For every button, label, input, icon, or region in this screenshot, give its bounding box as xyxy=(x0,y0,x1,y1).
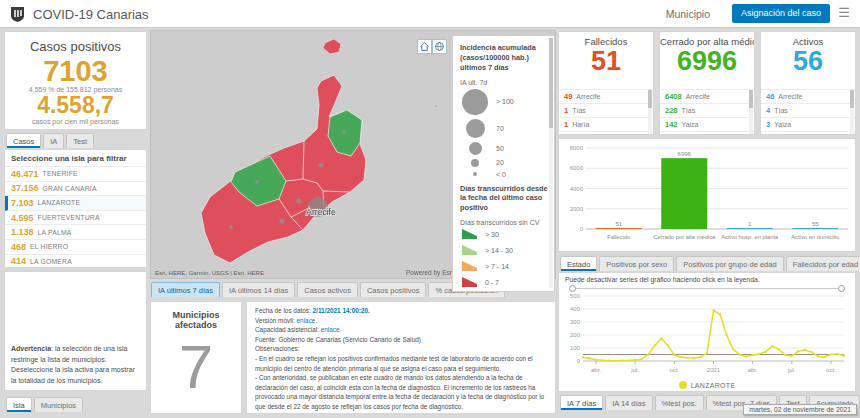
svg-text:Fallecido: Fallecido xyxy=(607,234,630,240)
canarias-logo-icon xyxy=(10,6,25,22)
tab-positivos-por-grupo-de-edad[interactable]: Positivos por grupo de edad xyxy=(676,256,783,271)
summary-card-scrollbar[interactable] xyxy=(648,90,652,134)
summary-row-teguise: 2Teguise xyxy=(761,131,855,135)
warning-text: Advertencia: la selección de una isla re… xyxy=(5,344,146,386)
state-tabs: EstadoPositivos por sexoPositivos por gr… xyxy=(560,255,860,271)
summary-card-scrollbar-thumb[interactable] xyxy=(749,90,753,108)
summary-card-scrollbar-thumb[interactable] xyxy=(850,90,854,108)
info-link[interactable]: enlace. xyxy=(297,317,318,324)
info-text: - Con anterioridad, se publicaban en est… xyxy=(255,374,544,410)
legend-scrollbar[interactable] xyxy=(549,38,553,288)
info-line-5: - En el cuadro se reflejan los positivos… xyxy=(255,354,547,373)
legend-day-symbol xyxy=(462,277,477,287)
legend-incidence-subtitle: IA últ. 7d xyxy=(460,79,548,86)
summary-row-name: Arrecife xyxy=(778,93,802,100)
time-range-slider[interactable] xyxy=(569,284,845,293)
summary-card-scrollbar[interactable] xyxy=(850,90,854,134)
bar-fallecido xyxy=(596,228,642,229)
positive-cases-title: Casos positivos xyxy=(5,39,146,54)
summary-row-value: 46 xyxy=(766,92,774,101)
tab-casos-positivos[interactable]: Casos positivos xyxy=(360,282,427,297)
island-row-la-palma[interactable]: 1.138LA PALMA xyxy=(5,225,146,240)
tab-ia-14-d-as[interactable]: IA 14 días xyxy=(605,395,652,410)
slider-handle-left[interactable] xyxy=(569,285,576,292)
line-chart-legend[interactable]: LANZAROTE xyxy=(559,381,855,389)
summary-card-list[interactable]: 6408Arrecife228Tías142Yaiza118Teguise xyxy=(660,89,754,135)
island-row-el-hierro[interactable]: 468EL HIERRO xyxy=(5,240,146,255)
summary-card-list[interactable]: 46Arrecife4Tías3Yaiza2Teguise xyxy=(761,89,855,135)
summary-row-name: Yaiza xyxy=(682,121,699,128)
incidence-line-chart[interactable]: 0100200300400500abr.jul.oct.2021abr.jul.… xyxy=(559,293,851,377)
state-bar-chart[interactable]: 0200040006000800051Fallecido6996Cerrado … xyxy=(559,139,855,251)
powered-by-esri: Powered by Esri xyxy=(406,269,453,276)
bar-cerrado-por-alta-m-dica xyxy=(661,158,707,229)
summary-row-name: Tías xyxy=(682,107,696,114)
tab-isla[interactable]: Isla xyxy=(6,397,32,412)
tab-test-pos[interactable]: %test pos. xyxy=(655,395,704,410)
island-filter-panel: Seleccione una isla para filtrar 46.471T… xyxy=(4,149,147,268)
summary-row-value: 49 xyxy=(564,92,572,101)
info-link[interactable]: enlace. xyxy=(321,326,342,333)
summary-row-value: 142 xyxy=(665,120,678,129)
tab-ia-ltimos-7-d-as[interactable]: IA últimos 7 días xyxy=(151,282,220,297)
island-filter-prompt: Seleccione una isla para filtrar xyxy=(5,150,146,167)
island-row-fuerteventura[interactable]: 4.595FUERTEVENTURA xyxy=(5,211,146,226)
map-controls xyxy=(417,39,447,54)
affected-title: Municipios afectados xyxy=(151,310,241,330)
tab-ia[interactable]: IA xyxy=(43,133,64,148)
assign-case-button[interactable]: Asignación del caso xyxy=(732,4,830,23)
summary-row-name: Haría xyxy=(572,121,589,128)
basemap-button[interactable] xyxy=(432,39,447,54)
summary-card-scrollbar[interactable] xyxy=(749,90,753,134)
island-row-tenerife[interactable]: 46.471TENERIFE xyxy=(5,167,146,182)
legend-circle-label: < 0 xyxy=(496,171,506,178)
summary-card-list[interactable]: 49Arrecife1Tías1Haría0San Bartolomé xyxy=(559,89,653,135)
home-icon xyxy=(419,41,430,52)
svg-text:55: 55 xyxy=(812,221,819,227)
home-extent-button[interactable] xyxy=(417,39,432,54)
island-row-lanzarote[interactable]: 7.103LANZAROTE xyxy=(5,196,146,211)
svg-text:Activo hosp. en planta: Activo hosp. en planta xyxy=(721,234,779,240)
tab-test[interactable]: Test xyxy=(66,133,94,148)
affected-value: 7 xyxy=(151,330,241,404)
tab-positivos-por-sexo[interactable]: Positivos por sexo xyxy=(599,256,674,271)
legend-circle-symbol xyxy=(462,89,488,115)
svg-text:4000: 4000 xyxy=(570,186,584,192)
state-bar-chart-panel: 0200040006000800051Fallecido6996Cerrado … xyxy=(558,138,856,252)
tab-estado[interactable]: Estado xyxy=(560,256,597,271)
island-name: TENERIFE xyxy=(43,170,78,177)
summary-card-fallecidos: Fallecidos5149Arrecife1Tías1Haría0San Ba… xyxy=(558,31,654,135)
tab-casos-activos[interactable]: Casos activos xyxy=(297,282,358,297)
legend-scrollbar-thumb[interactable] xyxy=(549,38,553,128)
summary-row-value: 118 xyxy=(665,134,677,135)
svg-text:100: 100 xyxy=(570,345,581,351)
tab-ia-7-d-as[interactable]: IA 7 días xyxy=(560,395,603,410)
info-line-4: Observaciones: xyxy=(255,344,547,354)
svg-text:abr.: abr. xyxy=(748,367,758,373)
summary-cards: Fallecidos5149Arrecife1Tías1Haría0San Ba… xyxy=(558,31,856,135)
legend-circle-symbol xyxy=(473,172,477,176)
summary-row-arrecife: 49Arrecife xyxy=(559,89,653,103)
svg-text:0: 0 xyxy=(580,226,584,232)
tab-casos[interactable]: Casos xyxy=(6,133,41,148)
basemap-globe-icon xyxy=(434,41,445,52)
hamburger-menu-icon[interactable]: ☰ xyxy=(836,5,852,21)
summary-card-value: 6996 xyxy=(660,47,754,77)
municipio-label: Municipio xyxy=(666,8,710,20)
svg-text:6000: 6000 xyxy=(570,165,584,171)
island-name: LANZAROTE xyxy=(38,199,81,206)
legend-circle-row: < 0 xyxy=(460,171,548,178)
tab-municipios[interactable]: Municipios xyxy=(34,397,83,412)
legend-circle-label: 70 xyxy=(496,125,504,132)
svg-text:jul.: jul. xyxy=(787,367,796,373)
island-row-gran-canaria[interactable]: 37.156GRAN CANARIA xyxy=(5,182,146,197)
tab-fallecidos-por-edad-y-sexo[interactable]: Fallecidos por edad y sexo xyxy=(786,256,860,271)
tab-ia-ltimos-14-d-as[interactable]: IA últimos 14 días xyxy=(222,282,295,297)
legend-day-label: > 7 - 14 xyxy=(485,263,509,270)
summary-card-value: 51 xyxy=(559,47,653,77)
slider-handle-right[interactable] xyxy=(838,285,845,292)
summary-card-activos: Activos5646Arrecife4Tías3Yaiza2Teguise xyxy=(760,31,856,135)
island-row-la-gomera[interactable]: 414LA GOMERA xyxy=(5,255,146,268)
legend-circle-items: > 100705020< 0 xyxy=(460,89,548,178)
summary-card-scrollbar-thumb[interactable] xyxy=(648,90,652,108)
